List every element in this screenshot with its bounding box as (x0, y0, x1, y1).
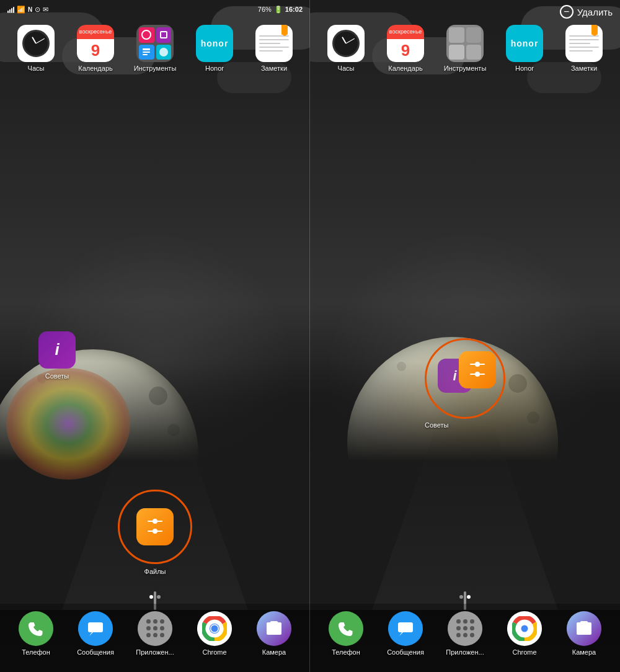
page-dot-1-left (149, 595, 153, 599)
dock-phone-left[interactable]: Телефон (11, 611, 61, 656)
mail-icon: ✉ (43, 6, 48, 14)
app-clock-right[interactable]: Часы (320, 25, 373, 73)
honor-text-right: honor (511, 38, 539, 48)
status-bar-left: 📶 N ⊙ ✉ 76% 🔋 16:02 (0, 0, 310, 19)
svg-rect-20 (398, 622, 413, 632)
app-notes-right[interactable]: Заметки (558, 25, 611, 73)
svg-point-23 (521, 625, 528, 632)
dock-apps-left[interactable]: Приложен... (130, 611, 180, 656)
app-label-honor-right: Honor (515, 65, 534, 73)
combo-app-right[interactable]: i Советы (425, 338, 505, 430)
svg-point-6 (153, 529, 157, 534)
dock-camera-label-left: Камера (262, 648, 286, 656)
camera-icon-left[interactable] (257, 611, 291, 646)
right-screen: − Удалить Часы воскресенье 9 Календарь (310, 0, 620, 672)
app-label-calendar-right: Календарь (388, 65, 423, 73)
dock-phone-label-left: Телефон (22, 648, 50, 656)
honor-icon-right[interactable]: honor (506, 25, 543, 62)
combo-app-label: Советы (425, 421, 448, 429)
app-honor-right[interactable]: honor Honor (498, 25, 551, 73)
page-dot-2-left (157, 595, 161, 599)
wifi-icon: 📶 (17, 6, 25, 14)
left-screen: 📶 N ⊙ ✉ 76% 🔋 16:02 Часы в (0, 0, 310, 672)
app-clock-left[interactable]: Часы (10, 25, 63, 73)
dock-chrome-right[interactable]: Chrome (500, 611, 549, 656)
dock-chrome-left[interactable]: Chrome (190, 611, 239, 656)
cal-date: 9 (77, 39, 114, 62)
app-tools-right[interactable]: Инструменты (439, 25, 492, 73)
dock-apps-label-right: Приложен... (446, 648, 484, 656)
battery-percent: 76% (258, 6, 272, 13)
calendar-icon-left[interactable]: воскресенье 9 (77, 25, 114, 62)
combo-drag-circle: i (425, 338, 505, 419)
svg-rect-2 (143, 54, 148, 55)
cal-day-right: воскресенье (387, 25, 424, 39)
dock-camera-left[interactable]: Камера (249, 611, 299, 656)
clouds-left (0, 0, 310, 155)
files-icon-right-front (459, 351, 496, 388)
app-label-notes-left: Заметки (261, 65, 287, 73)
clock-icon-left[interactable] (17, 25, 55, 62)
soviet-icon-left[interactable]: i (38, 331, 76, 369)
tools-icon-left[interactable] (136, 25, 174, 62)
app-calendar-left[interactable]: воскресенье 9 Календарь (69, 25, 122, 73)
chrome-icon-left[interactable] (197, 611, 232, 646)
drag-circle-left (118, 490, 192, 564)
dock-camera-right[interactable]: Камера (559, 611, 609, 656)
messages-icon-right[interactable] (388, 611, 423, 646)
notes-icon-right[interactable] (565, 25, 603, 62)
dock-messages-label-left: Сообщения (77, 648, 114, 656)
top-app-row-left: Часы воскресенье 9 Календарь (0, 25, 310, 73)
app-honor-left[interactable]: honor Honor (188, 25, 241, 73)
svg-point-3 (153, 519, 157, 524)
page-dot-2-right (467, 595, 471, 599)
calendar-icon-right[interactable]: воскресенье 9 (387, 25, 424, 62)
cal-date-right: 9 (387, 39, 424, 62)
phone-icon-right[interactable] (329, 611, 363, 646)
svg-point-13 (211, 625, 218, 632)
files-icon-left[interactable] (136, 508, 174, 545)
dock-right: Телефон Сообщения Приложен... (310, 604, 620, 672)
delete-circle-icon: − (560, 5, 574, 19)
battery-icon: 🔋 (274, 6, 283, 14)
honor-icon-left[interactable]: honor (196, 25, 233, 62)
dock-apps-label-left: Приложен... (136, 648, 174, 656)
clock-icon-right[interactable] (327, 25, 365, 62)
notes-icon-left[interactable] (255, 25, 293, 62)
dock-apps-right[interactable]: Приложен... (440, 611, 490, 656)
phone-icon-left[interactable] (19, 611, 53, 646)
apps-icon-right[interactable] (448, 611, 482, 646)
app-label-tools-left: Инструменты (134, 65, 177, 73)
apps-icon-left[interactable] (138, 611, 172, 646)
nfc-icon: N (28, 6, 32, 13)
messages-icon-left[interactable] (78, 611, 113, 646)
clouds-right (310, 0, 620, 155)
files-label-left: Файлы (144, 568, 166, 576)
svg-point-17 (475, 372, 480, 377)
dock-messages-label-right: Сообщения (387, 648, 424, 656)
app-label-notes-right: Заметки (571, 65, 597, 73)
app-tools-left[interactable]: Инструменты (129, 25, 182, 73)
dock-chrome-label-left: Chrome (202, 648, 226, 656)
svg-rect-9 (88, 622, 103, 632)
top-app-row-right: Часы воскресенье 9 Календарь И (310, 25, 620, 73)
app-calendar-right[interactable]: воскресенье 9 Календарь (379, 25, 432, 73)
svg-rect-1 (143, 52, 150, 53)
dock-messages-left[interactable]: Сообщения (71, 611, 120, 656)
dock-phone-right[interactable]: Телефон (321, 611, 371, 656)
app-notes-left[interactable]: Заметки (248, 25, 301, 73)
status-right: 76% 🔋 16:02 (258, 6, 303, 14)
chrome-icon-right[interactable] (507, 611, 542, 646)
svg-rect-0 (143, 48, 150, 50)
dock-messages-right[interactable]: Сообщения (381, 611, 430, 656)
files-app-left[interactable]: Файлы (118, 490, 192, 576)
camera-icon-right[interactable] (567, 611, 601, 646)
soviet-app-left[interactable]: i Советы (38, 331, 76, 380)
app-label-clock-right: Часы (338, 65, 355, 73)
dock-camera-label-right: Камера (572, 648, 596, 656)
delete-button[interactable]: − Удалить (560, 5, 613, 19)
soviet-label-left: Советы (45, 372, 69, 380)
app-label-tools-right: Инструменты (444, 65, 487, 73)
tools-icon-right[interactable] (446, 25, 484, 62)
app-label-honor-left: Honor (205, 65, 224, 73)
